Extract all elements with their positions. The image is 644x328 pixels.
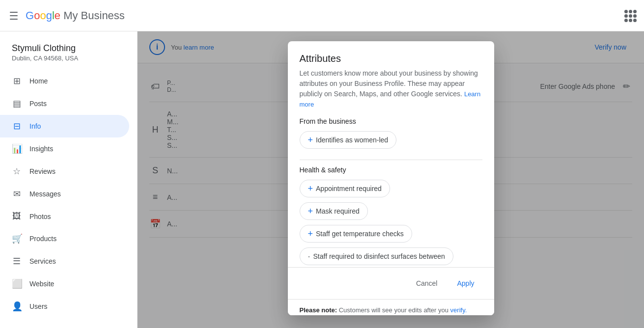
logo: Google My Business (26, 9, 125, 22)
note-bold: Please note: (300, 306, 337, 314)
sidebar-label-info: Info (29, 122, 41, 130)
sidebar-item-services[interactable]: ☰ Services (0, 250, 129, 273)
top-nav: Google My Business (0, 0, 644, 31)
sidebar-label-users: Users (29, 302, 48, 310)
home-icon: ⊞ (12, 76, 22, 86)
info-icon: ⊟ (12, 121, 22, 132)
services-icon: ☰ (12, 256, 22, 267)
sidebar-label-posts: Posts (29, 100, 47, 108)
note-text: Please note: Customers will see your edi… (300, 305, 482, 315)
sidebar-label-photos: Photos (29, 213, 51, 220)
posts-icon: ▤ (12, 98, 22, 109)
modal-description: Let customers know more about your busin… (300, 68, 482, 109)
content-area: i You learn more Verify now 🏷 P... D... … (138, 31, 644, 328)
modal-overlay: Attributes Let customers know more about… (138, 31, 644, 328)
attributes-modal: Attributes Let customers know more about… (288, 41, 494, 315)
products-icon: 🛒 (12, 233, 22, 244)
note-verify-link[interactable]: verify. (450, 306, 467, 314)
sidebar-label-products: Products (29, 235, 56, 243)
reviews-icon: ☆ (12, 166, 22, 177)
apps-grid-icon[interactable] (624, 10, 636, 22)
messages-icon: ✉ (12, 189, 22, 199)
modal-footer: Cancel Apply (288, 268, 494, 299)
modal-title: Attributes (300, 53, 482, 64)
sidebar-item-insights[interactable]: 📊 Insights (0, 137, 129, 160)
business-name: Stymuli Clothing (12, 43, 125, 54)
chip-staff-disinfect-label: Staff required to disinfect surfaces bet… (313, 252, 445, 260)
chip-plus-icon-appt: + (308, 184, 313, 193)
website-icon: ⬜ (12, 278, 22, 289)
business-info: Stymuli Clothing Dublin, CA 94568, USA (0, 39, 137, 70)
cancel-button[interactable]: Cancel (408, 275, 446, 291)
sidebar-item-users[interactable]: 👤 Users (0, 295, 129, 318)
sidebar-item-products[interactable]: 🛒 Products (0, 227, 129, 250)
sidebar-item-home[interactable]: ⊞ Home (0, 70, 129, 92)
chip-mask-required[interactable]: + Mask required (300, 202, 368, 220)
from-business-section-title: From the business (300, 117, 482, 125)
modal-body: Let customers know more about your busin… (288, 68, 494, 267)
chip-staff-disinfect[interactable]: · Staff required to disinfect surfaces b… (300, 247, 453, 265)
chip-mask-label: Mask required (316, 207, 360, 215)
chip-plus-icon-mask: + (308, 207, 313, 216)
from-business-chips: + Identifies as women-led (300, 131, 482, 154)
insights-icon: 📊 (12, 143, 22, 154)
business-address: Dublin, CA 94568, USA (12, 55, 125, 62)
chip-plus-icon: + (308, 136, 313, 144)
nav-right (624, 10, 636, 22)
chip-women-led[interactable]: + Identifies as women-led (300, 131, 397, 149)
hamburger-menu-icon[interactable] (8, 10, 20, 22)
sidebar-item-posts[interactable]: ▤ Posts (0, 92, 129, 115)
sidebar-label-reviews: Reviews (29, 167, 56, 175)
health-safety-chips: + Appointment required + Mask required +… (300, 180, 482, 267)
sidebar-label-messages: Messages (29, 190, 61, 198)
photos-icon: 🖼 (12, 211, 22, 221)
sidebar: Stymuli Clothing Dublin, CA 94568, USA ⊞… (0, 31, 138, 328)
apply-button[interactable]: Apply (449, 275, 482, 291)
sidebar-label-website: Website (29, 280, 54, 288)
chip-dot-icon-disinfect: · (308, 252, 310, 261)
modal-note: Please note: Customers will see your edi… (288, 299, 494, 315)
sidebar-item-reviews[interactable]: ☆ Reviews (0, 160, 129, 183)
modal-footer-area: Cancel Apply Please note: Customers will… (288, 267, 494, 315)
chip-staff-temp[interactable]: + Staff get temperature checks (300, 225, 412, 243)
chip-appointment-label: Appointment required (316, 185, 382, 192)
nav-logo-area: Google My Business (8, 9, 125, 22)
sidebar-label-home: Home (29, 77, 48, 85)
chip-staff-temp-label: Staff get temperature checks (316, 230, 404, 238)
note-body: Customers will see your edits after you (339, 306, 450, 314)
sidebar-label-insights: Insights (29, 145, 53, 153)
sidebar-item-website[interactable]: ⬜ Website (0, 273, 129, 295)
sidebar-label-services: Services (29, 257, 56, 265)
chip-appointment-required[interactable]: + Appointment required (300, 180, 390, 197)
health-safety-section-title: Health & safety (300, 166, 482, 174)
sidebar-item-info[interactable]: ⊟ Info (0, 115, 129, 137)
chip-women-led-label: Identifies as women-led (316, 136, 388, 144)
sidebar-item-messages[interactable]: ✉ Messages (0, 183, 129, 205)
sidebar-item-photos[interactable]: 🖼 Photos (0, 205, 129, 227)
users-icon: 👤 (12, 301, 22, 312)
modal-header: Attributes (288, 41, 494, 68)
chip-plus-icon-temp: + (308, 229, 313, 238)
section-divider (300, 160, 482, 160)
main-layout: Stymuli Clothing Dublin, CA 94568, USA ⊞… (0, 31, 644, 328)
